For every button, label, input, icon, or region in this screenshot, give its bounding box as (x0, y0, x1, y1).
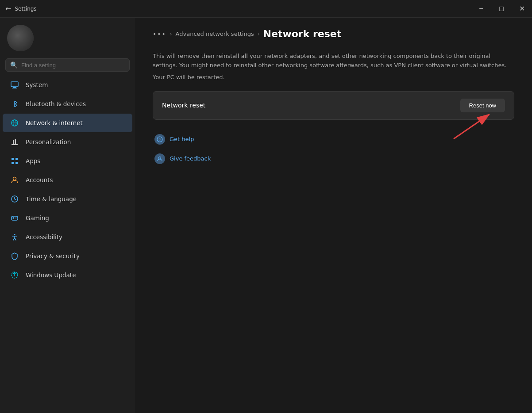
svg-rect-8 (15, 139, 16, 144)
network-icon (10, 118, 19, 128)
avatar (7, 25, 34, 51)
sidebar: 🔍 System Bluetooth & devices (0, 18, 135, 413)
content-wrapper: ••• › Advanced network settings › Networ… (153, 28, 514, 168)
sidebar-label-gaming: Gaming (26, 214, 49, 222)
sidebar-item-apps[interactable]: Apps (3, 152, 132, 170)
content-area: ••• › Advanced network settings › Networ… (135, 18, 532, 413)
svg-point-30 (159, 157, 161, 159)
network-reset-label: Network reset (162, 102, 205, 109)
sidebar-item-privacy[interactable]: Privacy & security (3, 247, 132, 265)
svg-point-13 (13, 177, 16, 180)
sidebar-item-accessibility[interactable]: Accessibility (3, 228, 132, 246)
breadcrumb-sep-1: › (170, 31, 172, 37)
sidebar-item-gaming[interactable]: Gaming (3, 209, 132, 227)
sidebar-item-update[interactable]: Windows Update (3, 266, 132, 284)
give-feedback-link[interactable]: Give feedback (153, 150, 514, 168)
get-help-icon: ? (154, 134, 165, 145)
sidebar-item-personalization[interactable]: Personalization (3, 133, 132, 151)
apps-icon (10, 156, 19, 166)
time-icon (10, 194, 19, 204)
svg-rect-9 (12, 158, 14, 160)
system-icon (10, 80, 19, 90)
svg-rect-12 (15, 162, 18, 164)
breadcrumb-dots[interactable]: ••• (153, 31, 166, 38)
search-icon: 🔍 (10, 61, 18, 69)
sidebar-label-update: Windows Update (26, 272, 76, 279)
svg-line-16 (15, 199, 16, 200)
page-description: This will remove then reinstall all your… (153, 52, 514, 70)
accounts-icon (10, 175, 19, 185)
restart-note: Your PC will be restarted. (153, 74, 514, 80)
sidebar-label-personalization: Personalization (26, 138, 71, 145)
get-help-link[interactable]: ? Get help (153, 130, 514, 148)
svg-rect-0 (11, 82, 18, 87)
sidebar-label-accessibility: Accessibility (26, 233, 62, 241)
sidebar-item-network[interactable]: Network & internet (3, 114, 132, 132)
sidebar-label-accounts: Accounts (26, 176, 53, 184)
svg-text:?: ? (159, 138, 161, 142)
breadcrumb: ••• › Advanced network settings › Networ… (153, 28, 514, 39)
titlebar: ← Settings − □ ✕ (0, 0, 532, 18)
sidebar-label-bluetooth: Bluetooth & devices (26, 100, 86, 107)
sidebar-label-privacy: Privacy & security (26, 252, 80, 260)
svg-rect-2 (12, 88, 17, 89)
sidebar-label-system: System (26, 81, 48, 88)
svg-point-22 (14, 234, 15, 235)
svg-rect-11 (12, 162, 14, 164)
back-icon[interactable]: ← (5, 4, 11, 13)
bluetooth-icon (10, 99, 19, 109)
give-feedback-label: Give feedback (170, 155, 211, 162)
sidebar-item-accounts[interactable]: Accounts (3, 171, 132, 189)
network-reset-card: Network reset Reset now (153, 91, 514, 120)
app-container: 🔍 System Bluetooth & devices (0, 18, 532, 413)
titlebar-controls: − □ ✕ (471, 0, 532, 18)
breadcrumb-parent[interactable]: Advanced network settings (176, 31, 254, 37)
help-links: ? Get help Give feedback (153, 130, 514, 168)
reset-now-button[interactable]: Reset now (460, 99, 505, 112)
update-icon (10, 270, 19, 280)
maximize-button[interactable]: □ (491, 0, 512, 18)
svg-rect-10 (15, 158, 18, 160)
breadcrumb-sep-2: › (258, 31, 260, 37)
sidebar-label-time: Time & language (26, 195, 77, 203)
svg-rect-6 (12, 144, 18, 145)
svg-rect-7 (13, 140, 14, 144)
sidebar-item-system[interactable]: System (3, 76, 132, 94)
svg-point-20 (15, 217, 16, 218)
personalization-icon (10, 137, 19, 147)
close-button[interactable]: ✕ (512, 0, 532, 18)
get-help-label: Get help (170, 136, 194, 142)
profile-section (0, 18, 135, 57)
sidebar-label-network: Network & internet (26, 119, 83, 126)
gaming-icon (10, 213, 19, 223)
accessibility-icon (10, 232, 19, 242)
titlebar-title: Settings (15, 6, 36, 12)
minimize-button[interactable]: − (471, 0, 491, 18)
breadcrumb-current: Network reset (263, 28, 342, 39)
sidebar-label-apps: Apps (26, 157, 40, 164)
titlebar-left: ← Settings (5, 4, 37, 13)
search-input[interactable] (21, 62, 125, 69)
svg-point-21 (15, 218, 16, 218)
sidebar-item-bluetooth[interactable]: Bluetooth & devices (3, 95, 132, 113)
sidebar-item-time[interactable]: Time & language (3, 190, 132, 208)
privacy-icon (10, 251, 19, 261)
avatar-image (7, 25, 34, 51)
search-box[interactable]: 🔍 (5, 58, 130, 72)
sidebar-nav: System Bluetooth & devices Network & int… (0, 75, 135, 285)
give-feedback-icon (154, 153, 165, 164)
